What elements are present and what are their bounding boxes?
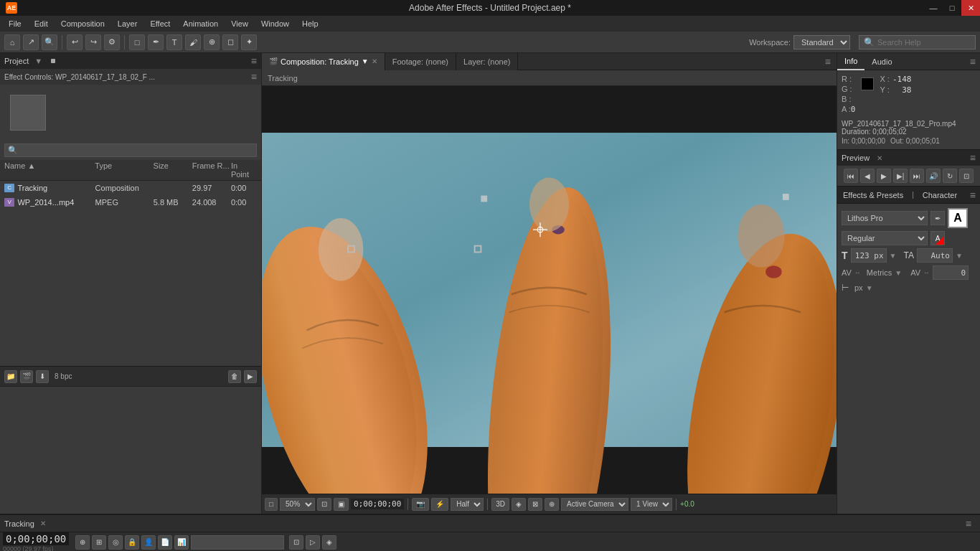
timeline-draft[interactable]: 📄 xyxy=(158,535,172,550)
timeline-timecode[interactable]: 0;00;00;00 xyxy=(3,532,69,545)
menu-help[interactable]: Help xyxy=(296,18,324,29)
zoom-select[interactable]: 50% xyxy=(280,498,315,511)
t-icon: T xyxy=(842,250,848,261)
menu-file[interactable]: File xyxy=(3,18,27,29)
import-button[interactable]: ⬇ xyxy=(36,370,49,383)
loop-btn[interactable]: ↻ xyxy=(943,169,957,183)
capture-btn[interactable]: 📷 xyxy=(412,498,429,511)
eraser-button[interactable]: ◻ xyxy=(222,34,238,50)
effects-menu[interactable]: ≡ xyxy=(966,189,980,201)
channel-btn[interactable]: ⊕ xyxy=(545,498,559,511)
menu-edit[interactable]: Edit xyxy=(29,18,54,29)
maximize-button[interactable]: □ xyxy=(943,0,961,16)
timeline-menu[interactable]: ≡ xyxy=(961,518,976,529)
undo-button[interactable]: ↩ xyxy=(67,34,83,50)
minimize-button[interactable]: — xyxy=(924,0,943,16)
timeline-chart[interactable]: 📊 xyxy=(174,535,189,550)
style-select[interactable]: Regular xyxy=(842,231,928,245)
menu-view[interactable]: View xyxy=(225,18,254,29)
composition-tab[interactable]: 🎬 Composition: Tracking ▼ ✕ xyxy=(262,53,385,70)
viewer-menu-icon[interactable]: ≡ xyxy=(819,56,837,67)
prev-frame-btn[interactable]: ◀ xyxy=(860,169,875,183)
clone-button[interactable]: ⊕ xyxy=(204,34,220,50)
font-btn-1[interactable]: ✒ xyxy=(930,211,945,225)
timeline-shy[interactable]: 👤 xyxy=(141,535,156,550)
last-frame-btn[interactable]: ⏭ xyxy=(910,169,924,183)
canvas-area[interactable] xyxy=(262,86,837,494)
menu-animation[interactable]: Animation xyxy=(177,18,224,29)
new-folder-button[interactable]: 📁 xyxy=(4,370,17,383)
preview-menu[interactable]: ≡ xyxy=(970,152,976,164)
timecode-display[interactable]: 0;00;00;00 xyxy=(351,499,404,509)
comp-tab-menu[interactable]: ▼ xyxy=(362,57,369,65)
delete-button[interactable]: 🗑 xyxy=(228,370,241,383)
font-size-input[interactable] xyxy=(851,248,887,263)
playrange-btn[interactable]: ⊡ xyxy=(959,169,974,183)
audio-btn[interactable]: 🔊 xyxy=(926,169,941,183)
pen-button[interactable]: ✒ xyxy=(148,34,164,50)
preview-close[interactable]: ✕ xyxy=(877,154,882,162)
layer-tab[interactable]: Layer: (none) xyxy=(456,53,518,70)
play-btn[interactable]: ▶ xyxy=(877,169,891,183)
prefs-button[interactable]: ⚙ xyxy=(104,34,120,50)
view-select[interactable]: 1 View xyxy=(631,498,672,511)
project-item-tracking[interactable]: C Tracking Composition 29.97 0:00 xyxy=(0,181,261,195)
safe-zones-btn[interactable]: ▣ xyxy=(334,498,349,511)
auto-input[interactable] xyxy=(917,248,953,263)
fit-btn[interactable]: ⊡ xyxy=(317,498,331,511)
audio-tab[interactable]: Audio xyxy=(864,53,899,70)
panel-menu-icon[interactable]: ≡ xyxy=(251,55,257,67)
next-frame-btn[interactable]: ▶| xyxy=(893,169,908,183)
home-button[interactable]: ⌂ xyxy=(4,34,20,50)
redo-button[interactable]: ↪ xyxy=(85,34,101,50)
timeline-frame-blend[interactable]: ⊞ xyxy=(92,535,106,550)
rect-button[interactable]: □ xyxy=(129,34,145,50)
arrow-right-btn[interactable]: ▶ xyxy=(244,370,257,383)
mask-btn[interactable]: ◈ xyxy=(512,498,526,511)
timeline-motion-blur[interactable]: ⊕ xyxy=(75,535,90,550)
timeline-solo[interactable]: ◎ xyxy=(108,535,123,550)
workspace-select[interactable]: Standard xyxy=(793,35,850,50)
project-item-mp4[interactable]: V WP_2014...mp4 MPEG 5.8 MB 24.008 0:00 xyxy=(0,195,261,209)
info-menu-icon[interactable]: ≡ xyxy=(966,56,980,67)
camera-select[interactable]: Active Camera xyxy=(561,498,628,511)
menu-effect[interactable]: Effect xyxy=(144,18,176,29)
timeline-lock[interactable]: 🔒 xyxy=(125,535,139,550)
timeline-render-queue[interactable]: ▷ xyxy=(306,535,320,550)
arrow-button[interactable]: ↗ xyxy=(23,34,39,50)
timeline-tab[interactable]: Tracking xyxy=(4,519,34,528)
3d-btn[interactable]: 3D xyxy=(491,498,509,511)
close-button[interactable]: ✕ xyxy=(961,0,980,16)
project-search-input[interactable] xyxy=(21,146,253,155)
first-frame-btn[interactable]: ⏮ xyxy=(844,169,858,183)
menu-composition[interactable]: Composition xyxy=(55,18,110,29)
render-btn[interactable]: ⚡ xyxy=(431,498,448,511)
preview-controls: ⏮ ◀ ▶ ▶| ⏭ 🔊 ↻ ⊡ xyxy=(837,166,980,186)
av-tracking-subscript: ↔ xyxy=(923,269,930,276)
quality-select[interactable]: Half xyxy=(451,498,484,511)
timeline-add-marker[interactable]: ◈ xyxy=(322,535,336,550)
new-comp-button[interactable]: 🎬 xyxy=(20,370,33,383)
tracking-input[interactable] xyxy=(933,265,969,280)
render-region-btn[interactable]: ⊠ xyxy=(528,498,542,511)
brush-button[interactable]: 🖌 xyxy=(185,34,201,50)
timeline-comp-btn[interactable]: ⊡ xyxy=(289,535,303,550)
search-input[interactable] xyxy=(877,38,971,47)
zoom-button[interactable]: 🔍 xyxy=(42,34,57,50)
font-select[interactable]: Lithos Pro xyxy=(842,211,928,225)
text-button[interactable]: T xyxy=(166,34,182,50)
font-btn-2[interactable]: A xyxy=(948,208,968,228)
timeline-search[interactable] xyxy=(191,535,284,550)
style-btn[interactable]: A xyxy=(930,231,945,245)
menu-layer[interactable]: Layer xyxy=(112,18,143,29)
info-tab[interactable]: Info xyxy=(837,53,864,70)
footage-tab[interactable]: Footage: (none) xyxy=(385,53,456,70)
project-menu[interactable] xyxy=(51,59,55,63)
effect-controls-menu[interactable]: ≡ xyxy=(251,71,257,83)
x-value: -148 xyxy=(892,75,912,84)
frame-size-btn[interactable]: □ xyxy=(265,498,278,511)
puppet-button[interactable]: ✦ xyxy=(241,34,257,50)
menu-window[interactable]: Window xyxy=(255,18,295,29)
timeline-close[interactable]: ✕ xyxy=(40,519,46,527)
comp-tab-close[interactable]: ✕ xyxy=(372,57,377,65)
